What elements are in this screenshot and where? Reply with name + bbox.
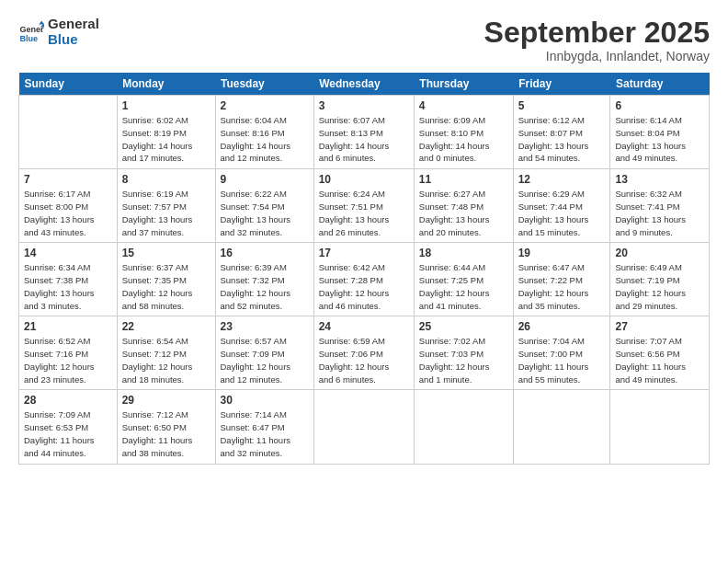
- day-number: 10: [319, 173, 409, 186]
- calendar-cell: 6Sunrise: 6:14 AM Sunset: 8:04 PM Daylig…: [610, 96, 710, 169]
- day-detail: Sunrise: 7:02 AM Sunset: 7:03 PM Dayligh…: [419, 335, 508, 385]
- day-detail: Sunrise: 6:19 AM Sunset: 7:57 PM Dayligh…: [122, 188, 210, 238]
- calendar-cell: 1Sunrise: 6:02 AM Sunset: 8:19 PM Daylig…: [117, 96, 215, 169]
- page: General Blue General Blue September 2025…: [0, 0, 728, 563]
- day-number: 5: [518, 99, 606, 112]
- calendar-cell: 27Sunrise: 7:07 AM Sunset: 6:56 PM Dayli…: [610, 316, 710, 390]
- week-row-3: 14Sunrise: 6:34 AM Sunset: 7:38 PM Dayli…: [19, 243, 710, 316]
- weekday-header-wednesday: Wednesday: [313, 73, 414, 96]
- day-number: 15: [122, 247, 210, 259]
- day-detail: Sunrise: 6:39 AM Sunset: 7:32 PM Dayligh…: [221, 261, 309, 312]
- day-number: 12: [518, 173, 606, 186]
- day-number: 3: [319, 99, 409, 112]
- weekday-header-friday: Friday: [513, 73, 610, 96]
- day-detail: Sunrise: 6:37 AM Sunset: 7:35 PM Dayligh…: [122, 261, 210, 312]
- weekday-header-sunday: Sunday: [19, 73, 118, 96]
- svg-text:Blue: Blue: [19, 33, 38, 42]
- day-detail: Sunrise: 6:12 AM Sunset: 8:07 PM Dayligh…: [518, 114, 606, 165]
- day-number: 11: [419, 173, 508, 186]
- calendar-cell: 25Sunrise: 7:02 AM Sunset: 7:03 PM Dayli…: [414, 316, 513, 390]
- day-number: 17: [319, 247, 409, 259]
- calendar-cell: 29Sunrise: 7:12 AM Sunset: 6:50 PM Dayli…: [117, 390, 215, 464]
- calendar-cell: 4Sunrise: 6:09 AM Sunset: 8:10 PM Daylig…: [414, 96, 513, 169]
- day-detail: Sunrise: 7:07 AM Sunset: 6:56 PM Dayligh…: [615, 335, 704, 385]
- weekday-header-monday: Monday: [117, 73, 215, 96]
- day-detail: Sunrise: 6:32 AM Sunset: 7:41 PM Dayligh…: [615, 188, 704, 238]
- day-detail: Sunrise: 6:29 AM Sunset: 7:44 PM Dayligh…: [518, 188, 606, 238]
- calendar-cell: 26Sunrise: 7:04 AM Sunset: 7:00 PM Dayli…: [513, 316, 610, 390]
- day-number: 24: [319, 320, 409, 333]
- day-number: 6: [615, 99, 704, 112]
- calendar-cell: 12Sunrise: 6:29 AM Sunset: 7:44 PM Dayli…: [513, 169, 610, 243]
- day-number: 25: [419, 320, 508, 333]
- calendar-cell: [414, 390, 513, 464]
- day-number: 20: [615, 247, 704, 259]
- day-detail: Sunrise: 6:02 AM Sunset: 8:19 PM Dayligh…: [122, 114, 210, 165]
- weekday-header-saturday: Saturday: [610, 73, 710, 96]
- calendar-cell: 18Sunrise: 6:44 AM Sunset: 7:25 PM Dayli…: [414, 243, 513, 316]
- day-detail: Sunrise: 6:34 AM Sunset: 7:38 PM Dayligh…: [24, 261, 112, 312]
- logo: General Blue General Blue: [18, 17, 99, 47]
- calendar-table: SundayMondayTuesdayWednesdayThursdayFrid…: [18, 73, 710, 464]
- calendar-cell: 13Sunrise: 6:32 AM Sunset: 7:41 PM Dayli…: [610, 169, 710, 243]
- day-detail: Sunrise: 6:42 AM Sunset: 7:28 PM Dayligh…: [319, 261, 409, 312]
- weekday-header-thursday: Thursday: [414, 73, 513, 96]
- week-row-2: 7Sunrise: 6:17 AM Sunset: 8:00 PM Daylig…: [19, 169, 710, 243]
- day-number: 18: [419, 247, 508, 259]
- day-number: 1: [122, 99, 210, 112]
- day-number: 13: [615, 173, 704, 186]
- calendar-cell: [313, 390, 414, 464]
- day-detail: Sunrise: 6:47 AM Sunset: 7:22 PM Dayligh…: [518, 261, 606, 312]
- location: Innbygda, Innlandet, Norway: [484, 49, 710, 63]
- day-detail: Sunrise: 6:49 AM Sunset: 7:19 PM Dayligh…: [615, 261, 704, 312]
- calendar-cell: 3Sunrise: 6:07 AM Sunset: 8:13 PM Daylig…: [313, 96, 414, 169]
- calendar-cell: 5Sunrise: 6:12 AM Sunset: 8:07 PM Daylig…: [513, 96, 610, 169]
- calendar-cell: [513, 390, 610, 464]
- calendar-cell: 10Sunrise: 6:24 AM Sunset: 7:51 PM Dayli…: [313, 169, 414, 243]
- calendar-cell: 19Sunrise: 6:47 AM Sunset: 7:22 PM Dayli…: [513, 243, 610, 316]
- calendar-cell: 23Sunrise: 6:57 AM Sunset: 7:09 PM Dayli…: [215, 316, 313, 390]
- calendar-cell: 15Sunrise: 6:37 AM Sunset: 7:35 PM Dayli…: [117, 243, 215, 316]
- calendar-cell: 24Sunrise: 6:59 AM Sunset: 7:06 PM Dayli…: [313, 316, 414, 390]
- day-detail: Sunrise: 6:22 AM Sunset: 7:54 PM Dayligh…: [221, 188, 309, 238]
- day-number: 4: [419, 99, 508, 112]
- logo-blue: Blue: [48, 32, 99, 48]
- svg-text:General: General: [19, 25, 44, 34]
- day-detail: Sunrise: 6:52 AM Sunset: 7:16 PM Dayligh…: [24, 335, 112, 385]
- week-row-4: 21Sunrise: 6:52 AM Sunset: 7:16 PM Dayli…: [19, 316, 710, 390]
- day-detail: Sunrise: 6:44 AM Sunset: 7:25 PM Dayligh…: [419, 261, 508, 312]
- month-title: September 2025: [484, 17, 710, 49]
- day-number: 29: [122, 394, 210, 407]
- calendar-cell: 20Sunrise: 6:49 AM Sunset: 7:19 PM Dayli…: [610, 243, 710, 316]
- calendar-cell: 22Sunrise: 6:54 AM Sunset: 7:12 PM Dayli…: [117, 316, 215, 390]
- day-number: 16: [221, 247, 309, 259]
- calendar-cell: [610, 390, 710, 464]
- calendar-cell: 21Sunrise: 6:52 AM Sunset: 7:16 PM Dayli…: [19, 316, 118, 390]
- calendar-cell: 2Sunrise: 6:04 AM Sunset: 8:16 PM Daylig…: [215, 96, 313, 169]
- calendar-cell: 9Sunrise: 6:22 AM Sunset: 7:54 PM Daylig…: [215, 169, 313, 243]
- day-detail: Sunrise: 6:27 AM Sunset: 7:48 PM Dayligh…: [419, 188, 508, 238]
- day-number: 2: [221, 99, 309, 112]
- calendar-cell: 17Sunrise: 6:42 AM Sunset: 7:28 PM Dayli…: [313, 243, 414, 316]
- day-number: 19: [518, 247, 606, 259]
- header: General Blue General Blue September 2025…: [18, 17, 710, 63]
- calendar-cell: 11Sunrise: 6:27 AM Sunset: 7:48 PM Dayli…: [414, 169, 513, 243]
- day-number: 21: [24, 320, 112, 333]
- calendar-cell: 7Sunrise: 6:17 AM Sunset: 8:00 PM Daylig…: [19, 169, 118, 243]
- day-detail: Sunrise: 6:24 AM Sunset: 7:51 PM Dayligh…: [319, 188, 409, 238]
- calendar-cell: 14Sunrise: 6:34 AM Sunset: 7:38 PM Dayli…: [19, 243, 118, 316]
- day-number: 27: [615, 320, 704, 333]
- weekday-header-row: SundayMondayTuesdayWednesdayThursdayFrid…: [19, 73, 710, 96]
- day-detail: Sunrise: 7:09 AM Sunset: 6:53 PM Dayligh…: [24, 408, 112, 459]
- logo-icon: General Blue: [18, 19, 44, 45]
- calendar-cell: 30Sunrise: 7:14 AM Sunset: 6:47 PM Dayli…: [215, 390, 313, 464]
- day-detail: Sunrise: 6:54 AM Sunset: 7:12 PM Dayligh…: [122, 335, 210, 385]
- calendar-cell: 16Sunrise: 6:39 AM Sunset: 7:32 PM Dayli…: [215, 243, 313, 316]
- day-detail: Sunrise: 6:07 AM Sunset: 8:13 PM Dayligh…: [319, 114, 409, 165]
- day-number: 9: [221, 173, 309, 186]
- day-number: 28: [24, 394, 112, 407]
- svg-marker-2: [39, 20, 44, 24]
- day-detail: Sunrise: 6:09 AM Sunset: 8:10 PM Dayligh…: [419, 114, 508, 165]
- title-block: September 2025 Innbygda, Innlandet, Norw…: [484, 17, 710, 63]
- calendar-cell: [19, 96, 118, 169]
